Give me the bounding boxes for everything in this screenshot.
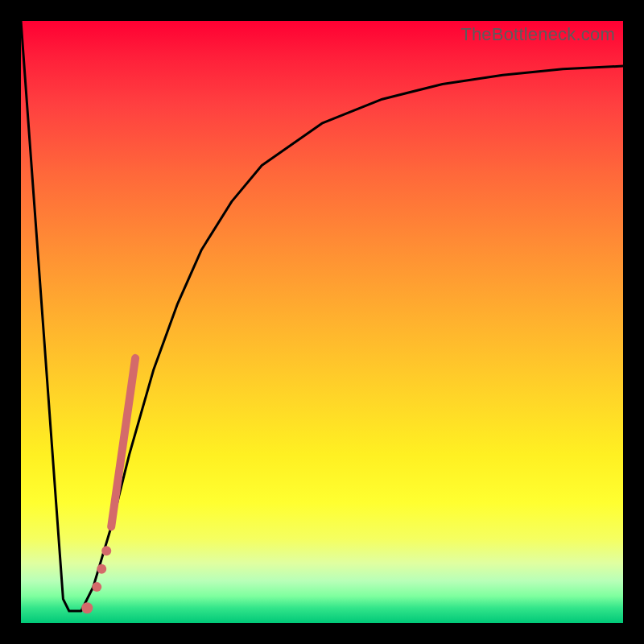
dot-4 [81,602,93,613]
plot-area: TheBottleneck.com [21,21,623,623]
chart-svg [21,21,623,623]
dot-1 [101,546,111,555]
chart-frame: TheBottleneck.com [0,0,644,644]
dot-3 [92,582,101,592]
dot-2 [97,564,106,574]
